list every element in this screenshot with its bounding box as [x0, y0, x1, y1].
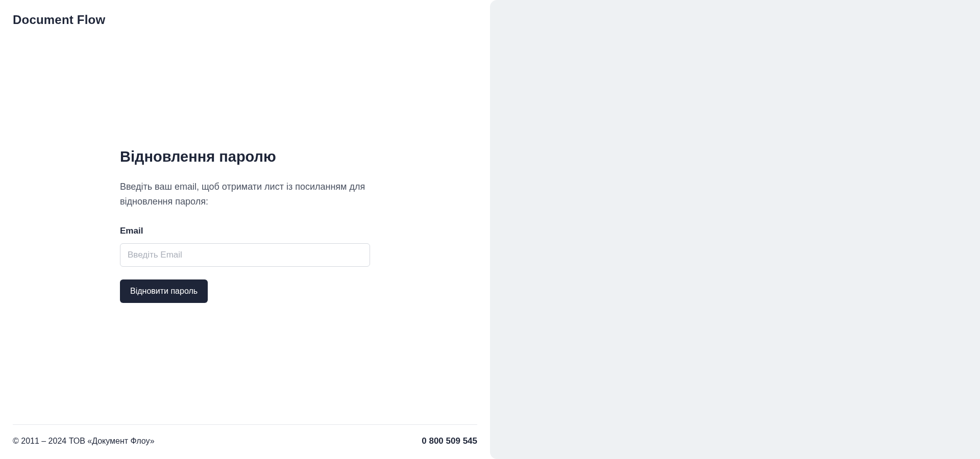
right-panel	[490, 0, 980, 459]
form-description: Введіть ваш email, щоб отримати лист із …	[120, 180, 370, 209]
page-title: Відновлення паролю	[120, 148, 370, 165]
copyright-text: © 2011 – 2024 ТОВ «Документ Флоу»	[13, 437, 155, 446]
left-panel: Document Flow Відновлення паролю Введіть…	[0, 0, 490, 459]
support-phone: 0 800 509 545	[422, 436, 477, 446]
email-label: Email	[120, 226, 370, 236]
password-recovery-form: Відновлення паролю Введіть ваш email, що…	[120, 148, 370, 303]
logo: Document Flow	[13, 13, 477, 27]
email-input[interactable]	[120, 243, 370, 267]
footer: © 2011 – 2024 ТОВ «Документ Флоу» 0 800 …	[13, 424, 477, 446]
form-container: Відновлення паролю Введіть ваш email, що…	[13, 27, 477, 424]
submit-button[interactable]: Відновити пароль	[120, 279, 208, 303]
